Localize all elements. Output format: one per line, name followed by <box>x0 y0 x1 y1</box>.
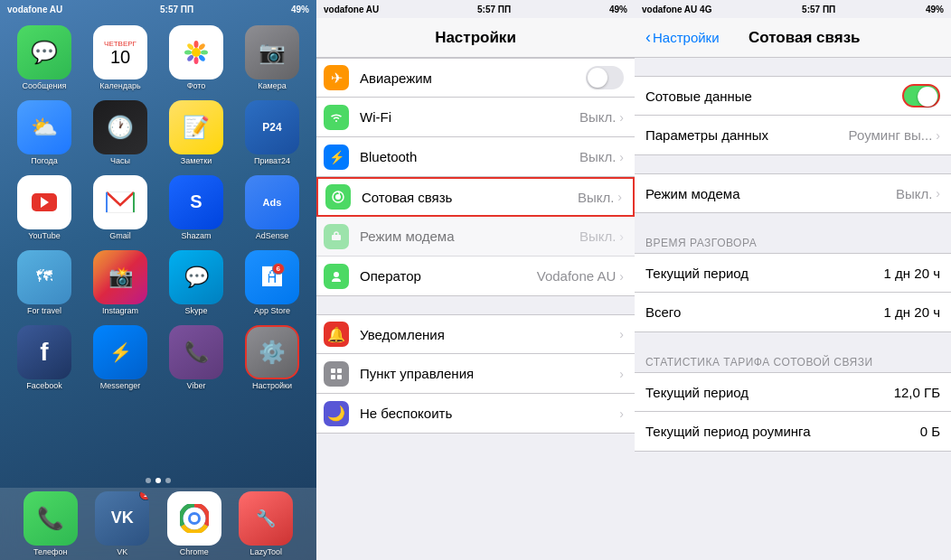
app-shazam[interactable]: S Shazam <box>161 175 231 241</box>
cellular-icon <box>325 184 351 210</box>
facebook-icon: f <box>17 325 71 379</box>
cellular-data-label: Сотовые данные <box>645 89 902 104</box>
dot-2 <box>155 478 161 483</box>
dnd-chevron: › <box>619 406 624 421</box>
bluetooth-cell[interactable]: ⚡ Bluetooth Выкл. › <box>316 137 635 177</box>
gmail-label: Gmail <box>109 232 131 241</box>
svg-rect-20 <box>337 369 342 373</box>
app-viber[interactable]: 📞 Viber <box>161 325 231 391</box>
control-center-icon <box>324 361 349 387</box>
app-instagram[interactable]: 📸 Instagram <box>85 250 155 316</box>
cellular-detail-list: Сотовые данные Параметры данных Роуминг … <box>635 58 951 560</box>
notifications-chevron: › <box>619 327 624 341</box>
app-privat24[interactable]: P24 Приват24 <box>237 100 307 166</box>
wifi-cell[interactable]: Wi-Fi Выкл. › <box>316 98 635 137</box>
weather-label: Погода <box>31 157 58 166</box>
adsense-label: AdSense <box>256 232 289 241</box>
svg-point-7 <box>184 51 192 55</box>
wifi-icon <box>324 105 349 130</box>
cellular-value: Выкл. <box>578 190 614 205</box>
app-maps[interactable]: 🗺 For travel <box>9 250 80 316</box>
bluetooth-label: Bluetooth <box>356 149 579 164</box>
camera-label: Камера <box>258 82 286 91</box>
dot-1 <box>146 478 151 483</box>
modem-mode-cell[interactable]: Режим модема Выкл. › <box>316 217 635 257</box>
settings-screen: vodafone AU 5:57 ПП 49% Настройки ✈ Авиа… <box>316 0 635 560</box>
phone-label: Телефон <box>33 548 67 557</box>
operator-cell[interactable]: Оператор Vodafone AU › <box>316 257 635 296</box>
app-skype[interactable]: 💬 Skype <box>161 250 231 316</box>
dock-lazytool[interactable]: 🔧 LazyTool <box>239 491 293 557</box>
maps-icon: 🗺 <box>17 250 71 304</box>
modem-mode-detail-cell[interactable]: Режим модема Выкл. › <box>635 173 951 213</box>
time-1: 5:57 ПП <box>160 5 193 14</box>
back-chevron-icon: ‹ <box>645 28 651 47</box>
clock-label: Часы <box>110 157 130 166</box>
messages-label: Сообщения <box>23 82 67 91</box>
notifications-label: Уведомления <box>356 327 619 342</box>
dock-vk[interactable]: VK 1 VK <box>95 491 149 557</box>
call-current-period-row: Текущий период 1 дн 20 ч <box>635 253 951 293</box>
svg-rect-19 <box>331 369 335 373</box>
svg-point-18 <box>334 272 339 277</box>
facebook-label: Facebook <box>26 382 62 391</box>
weather-icon: ⛅ <box>17 100 71 154</box>
shazam-icon: S <box>169 175 223 229</box>
app-photos[interactable]: Фото <box>161 25 231 91</box>
app-appstore[interactable]: 🅰 6 App Store <box>237 250 307 316</box>
data-params-cell[interactable]: Параметры данных Роуминг вы... › <box>635 116 951 155</box>
app-messenger[interactable]: ⚡ Messenger <box>85 325 155 391</box>
stats-header: СТАТИСТИКА ТАРИФА СОТОВОЙ СВЯЗИ <box>635 350 951 372</box>
messenger-icon: ⚡ <box>93 325 147 379</box>
airplane-mode-cell[interactable]: ✈ Авиарежим <box>316 58 635 98</box>
cellular-title: Сотовая связь <box>749 29 861 47</box>
status-bar-3: vodafone AU 4G 5:57 ПП 49% <box>635 0 951 18</box>
app-notes[interactable]: 📝 Заметки <box>161 100 231 166</box>
instagram-icon: 📸 <box>93 250 147 304</box>
page-dots <box>0 478 316 483</box>
calendar-label: Календарь <box>99 82 140 91</box>
cellular-data-cell[interactable]: Сотовые данные <box>635 76 951 116</box>
appstore-icon: 🅰 6 <box>245 250 299 304</box>
app-facebook[interactable]: f Facebook <box>9 325 80 391</box>
notifications-cell[interactable]: 🔔 Уведомления › <box>316 314 635 354</box>
app-messages[interactable]: 💬 Сообщения <box>9 25 80 91</box>
bluetooth-icon: ⚡ <box>324 145 349 170</box>
operator-label: Оператор <box>356 268 537 284</box>
app-weather[interactable]: ⛅ Погода <box>9 100 80 166</box>
app-settings[interactable]: ⚙️ Настройки <box>237 325 307 391</box>
gmail-icon <box>93 175 147 229</box>
call-current-period-value: 1 дн 20 ч <box>884 266 940 281</box>
stats-roaming-label: Текущий период роуминга <box>645 424 920 439</box>
airplane-toggle[interactable] <box>586 66 624 89</box>
battery-2: 49% <box>609 5 627 14</box>
carrier-1: vodafone AU <box>7 5 62 14</box>
svg-rect-17 <box>332 235 341 240</box>
dock-chrome[interactable]: Chrome <box>167 491 221 557</box>
app-gmail[interactable]: Gmail <box>85 175 155 241</box>
app-clock[interactable]: 🕐 Часы <box>85 100 155 166</box>
clock-icon: 🕐 <box>93 100 147 154</box>
app-camera[interactable]: 📷 Камера <box>237 25 307 91</box>
appstore-badge: 6 <box>272 263 285 275</box>
shazam-label: Shazam <box>181 232 211 241</box>
battery-3: 49% <box>926 5 944 14</box>
app-calendar[interactable]: четверг 10 Календарь <box>85 25 155 91</box>
dot-3 <box>165 478 171 483</box>
dock-phone[interactable]: 📞 Телефон <box>24 491 78 557</box>
cellular-data-toggle[interactable] <box>902 84 940 107</box>
bluetooth-chevron: › <box>619 150 624 164</box>
carrier-2: vodafone AU <box>324 5 379 14</box>
app-grid: 💬 Сообщения четверг 10 Календарь <box>0 18 316 397</box>
cellular-detail-screen: vodafone AU 4G 5:57 ПП 49% ‹ Настройки С… <box>635 0 951 560</box>
calendar-icon: четверг 10 <box>93 25 147 79</box>
stats-current-label: Текущий период <box>645 385 894 400</box>
back-button[interactable]: ‹ Настройки <box>645 28 720 47</box>
wifi-value: Выкл. <box>579 109 616 125</box>
cellular-cell[interactable]: Сотовая связь Выкл. › <box>316 177 635 217</box>
control-center-cell[interactable]: Пункт управления › <box>316 354 635 394</box>
dnd-cell[interactable]: 🌙 Не беспокоить › <box>316 394 635 434</box>
app-adsense[interactable]: Ads AdSense <box>237 175 307 241</box>
app-youtube[interactable]: YouTube <box>9 175 80 241</box>
notes-label: Заметки <box>181 157 212 166</box>
